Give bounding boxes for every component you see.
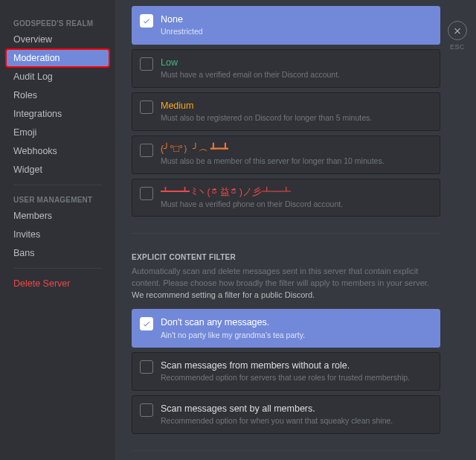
sidebar-item-audit-log[interactable]: Audit Log <box>6 68 109 86</box>
option-sub: Recommended option for when you want tha… <box>161 416 432 427</box>
checkbox-icon <box>140 317 153 330</box>
filter-option-none[interactable]: Don't scan any messages. Ain't no party … <box>132 309 440 348</box>
section-divider <box>132 233 440 234</box>
checkbox-icon <box>140 144 153 157</box>
sidebar-item-overview[interactable]: Overview <box>6 31 109 48</box>
checkbox-icon <box>140 360 153 374</box>
sidebar-item-invites[interactable]: Invites <box>6 226 109 243</box>
sidebar-item-bans[interactable]: Bans <box>6 244 109 262</box>
option-sub: Unrestricted <box>161 27 432 37</box>
verification-option-extreme[interactable]: ┻━┻ ﾐヽ(ಠ益ಠ)ノ彡┻━┻ Must have a verified ph… <box>132 179 440 217</box>
option-sub: Must have a verified phone on their Disc… <box>161 199 432 210</box>
verification-option-low[interactable]: Low Must have a verified email on their … <box>132 49 440 88</box>
filter-option-no-role[interactable]: Scan messages from members without a rol… <box>132 352 440 391</box>
option-sub: Recommended option for servers that use … <box>161 373 432 383</box>
option-sub: Must also be registered on Discord for l… <box>161 113 432 124</box>
settings-sidebar: Godspeed's Realm Overview Moderation Aud… <box>0 0 115 460</box>
checkbox-icon <box>140 403 153 417</box>
option-title: Don't scan any messages. <box>161 316 432 328</box>
option-sub: Must also be a member of this server for… <box>161 156 432 167</box>
sidebar-header-server: Godspeed's Realm <box>6 15 109 31</box>
checkbox-icon <box>140 187 153 200</box>
checkbox-icon <box>140 14 153 28</box>
sidebar-item-members[interactable]: Members <box>6 207 109 225</box>
sidebar-divider <box>13 185 102 185</box>
option-sub: Ain't no party like my grandma's tea par… <box>161 330 432 341</box>
option-title: Scan messages from members without a rol… <box>161 360 432 371</box>
sidebar-item-emoji[interactable]: Emoji <box>6 124 109 141</box>
sidebar-item-webhooks[interactable]: Webhooks <box>6 142 109 160</box>
option-sub: Must have a verified email on their Disc… <box>161 70 432 80</box>
close-icon <box>448 21 467 40</box>
sidebar-item-widget[interactable]: Widget <box>6 161 109 179</box>
close-label: ESC <box>448 43 467 51</box>
option-title: ┻━┻ ﾐヽ(ಠ益ಠ)ノ彡┻━┻ <box>161 186 432 198</box>
sidebar-item-delete-server[interactable]: Delete Server <box>6 275 109 293</box>
sidebar-item-moderation[interactable]: Moderation <box>6 49 109 67</box>
option-title: Scan messages sent by all members. <box>161 403 432 415</box>
explicit-filter-header: Explicit Content Filter <box>132 253 440 261</box>
main-content: None Unrestricted Low Must have a verifi… <box>115 0 476 460</box>
sidebar-header-user-mgmt: User Management <box>6 191 109 207</box>
checkbox-icon <box>140 57 153 71</box>
sidebar-item-roles[interactable]: Roles <box>6 86 109 104</box>
option-title: None <box>161 13 432 25</box>
sidebar-divider <box>13 268 102 269</box>
verification-option-high[interactable]: (╯°□°）╯︵ ┻━┻ Must also be a member of th… <box>132 135 440 174</box>
sidebar-item-integrations[interactable]: Integrations <box>6 105 109 123</box>
filter-option-all[interactable]: Scan messages sent by all members. Recom… <box>132 395 440 434</box>
option-title: (╯°□°）╯︵ ┻━┻ <box>161 143 432 155</box>
checkbox-icon <box>140 100 153 114</box>
verification-option-none[interactable]: None Unrestricted <box>132 6 440 45</box>
option-title: Medium <box>161 100 432 112</box>
verification-option-medium[interactable]: Medium Must also be registered on Discor… <box>132 92 440 131</box>
explicit-filter-desc: Automatically scan and delete messages s… <box>132 266 440 301</box>
option-title: Low <box>161 57 432 68</box>
section-divider <box>132 450 440 451</box>
close-button[interactable]: ESC <box>448 21 467 51</box>
